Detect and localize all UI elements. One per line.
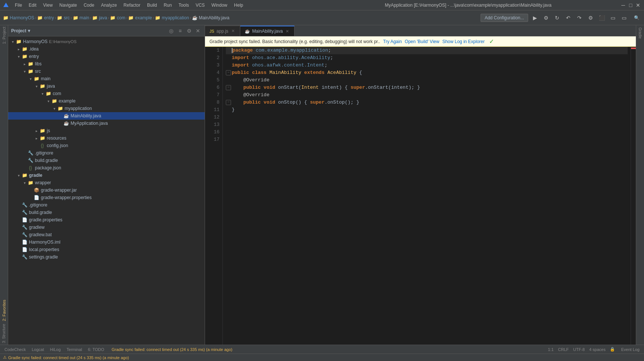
breadcrumb-item[interactable]: 📁 example bbox=[128, 15, 152, 20]
code-line[interactable]: } bbox=[226, 106, 628, 114]
tree-item-gradlew[interactable]: 🔧gradlew bbox=[8, 224, 205, 231]
project-tree[interactable]: ▾📁HarmonyOS E:\HarmonyOS▸📁.idea▾📁entry▸📁… bbox=[8, 36, 205, 345]
event-log-button[interactable]: Event Log bbox=[619, 347, 641, 352]
tree-item-js[interactable]: ▸📁js bbox=[8, 127, 205, 134]
menu-item-window[interactable]: Window bbox=[208, 2, 230, 9]
tree-item-gitignore_root[interactable]: 🔧.gitignore bbox=[8, 201, 205, 209]
tree-item-gradlew_bat[interactable]: 🔧gradlew.bat bbox=[8, 231, 205, 238]
tree-item-gradle_wrapper_props[interactable]: 📄gradle-wrapper.properties bbox=[8, 194, 205, 201]
tree-item-src[interactable]: ▾📁src bbox=[8, 68, 205, 75]
tab-close-button[interactable]: ✕ bbox=[231, 28, 235, 34]
code-editor[interactable]: 123456781112131617 package com.example.m… bbox=[205, 47, 636, 345]
breadcrumb-item[interactable]: 📁 com bbox=[110, 15, 125, 20]
tree-item-wrapper[interactable]: ▾📁wrapper bbox=[8, 179, 205, 186]
tree-item-settings_gradle[interactable]: 🔧settings.gradle bbox=[8, 253, 205, 261]
tree-item-harmonyos_iml[interactable]: 📄HarmonyOS.iml bbox=[8, 238, 205, 246]
project-panel-toggle[interactable]: 1: Project bbox=[2, 25, 6, 45]
code-content[interactable]: package com.example.myapplication;import… bbox=[223, 47, 631, 345]
code-line[interactable]: import ohos.ace.ability.AceAbility; bbox=[226, 54, 628, 62]
tree-item-example[interactable]: ▾📁example bbox=[8, 97, 205, 105]
fold-icon[interactable]: − bbox=[226, 85, 231, 90]
menu-item-refactor[interactable]: Refactor bbox=[121, 2, 143, 9]
add-configuration-button[interactable]: Add Configuration... bbox=[481, 14, 528, 22]
undo-button[interactable]: ↶ bbox=[564, 13, 573, 22]
menu-item-help[interactable]: Help bbox=[231, 2, 246, 9]
status-tool-codecheck[interactable]: CodeCheck bbox=[3, 347, 27, 352]
indent-setting[interactable]: 4 spaces bbox=[589, 347, 605, 352]
tree-item-resources[interactable]: ▸📁resources bbox=[8, 134, 205, 142]
maximize-button[interactable]: □ bbox=[628, 2, 634, 8]
menu-item-navigate[interactable]: Navigate bbox=[56, 2, 80, 9]
tab-appjs[interactable]: JSapp.js✕ bbox=[205, 26, 240, 36]
menu-item-edit[interactable]: Edit bbox=[26, 2, 39, 9]
menu-item-run[interactable]: Run bbox=[161, 2, 175, 9]
redo-button[interactable]: ↷ bbox=[575, 13, 584, 22]
search-button[interactable]: 🔍 bbox=[632, 13, 641, 22]
close-panel-button[interactable]: ✕ bbox=[194, 27, 202, 35]
settings-button[interactable]: ⚙ bbox=[586, 13, 595, 22]
fold-icon[interactable]: − bbox=[226, 70, 231, 75]
tree-item-java[interactable]: ▾📁java bbox=[8, 82, 205, 90]
status-tool-6--todo[interactable]: 6: TODO bbox=[87, 347, 106, 352]
structure-panel-toggle[interactable]: 3: Structure bbox=[2, 322, 6, 345]
collapse-all-button[interactable]: ≡ bbox=[176, 27, 184, 35]
tree-item-myapplication_java[interactable]: ☕MyApplication.java bbox=[8, 120, 205, 127]
tree-item-build_gradle_root[interactable]: 🔧build.gradle bbox=[8, 209, 205, 216]
close-button[interactable]: ✕ bbox=[635, 2, 641, 8]
minimize-button[interactable]: ─ bbox=[620, 2, 626, 8]
code-line[interactable]: package com.example.myapplication; bbox=[226, 47, 628, 54]
cursor-position[interactable]: 1:1 bbox=[548, 347, 553, 352]
tab-mainability[interactable]: ☕MainAbility.java✕ bbox=[240, 26, 295, 36]
tree-item-entry[interactable]: ▾📁entry bbox=[8, 53, 205, 60]
menu-item-code[interactable]: Code bbox=[81, 2, 97, 9]
run-button[interactable]: ▶ bbox=[530, 13, 539, 22]
code-line[interactable]: − public void onStart(Intent intent) { s… bbox=[226, 84, 628, 91]
menu-item-vcs[interactable]: VCS bbox=[193, 2, 208, 9]
tree-item-harmonyos[interactable]: ▾📁HarmonyOS E:\HarmonyOS bbox=[8, 38, 205, 45]
tree-item-mainability[interactable]: ☕MainAbility.java bbox=[8, 112, 205, 120]
tree-item-com[interactable]: ▾📁com bbox=[8, 90, 205, 97]
tree-item-local_properties[interactable]: 📄local.properties bbox=[8, 246, 205, 253]
tree-item-main[interactable]: ▾📁main bbox=[8, 75, 205, 82]
code-line[interactable]: −public class MainAbility extends AceAbi… bbox=[226, 69, 628, 77]
status-tool-hilog[interactable]: HiLog bbox=[49, 347, 62, 352]
status-tool-logcat[interactable]: Logcat bbox=[30, 347, 45, 352]
tree-item-package_json[interactable]: {}package.json bbox=[8, 164, 205, 172]
code-line[interactable]: − public void onStop() { super.onStop();… bbox=[226, 99, 628, 106]
tree-item-gradle_wrapper_jar[interactable]: 📦gradle-wrapper.jar bbox=[8, 186, 205, 194]
code-line[interactable]: import ohos.aafwk.content.Intent; bbox=[226, 62, 628, 69]
tree-item-myapplication[interactable]: ▾📁myapplication bbox=[8, 105, 205, 112]
menu-item-build[interactable]: Build bbox=[144, 2, 160, 9]
layout-button2[interactable]: ▭ bbox=[619, 13, 628, 22]
project-dropdown-icon[interactable]: ▾ bbox=[28, 28, 30, 33]
breadcrumb-item[interactable]: 📁 entry bbox=[37, 15, 54, 20]
open-build-view-link[interactable]: Open 'Build' View bbox=[405, 39, 439, 44]
tree-item-libs[interactable]: ▸📁libs bbox=[8, 60, 205, 68]
breadcrumb-item[interactable]: 📁 myapplication bbox=[155, 15, 189, 20]
tree-item-gitignore_entry[interactable]: 🔧.gitignore bbox=[8, 149, 205, 157]
menu-item-view[interactable]: View bbox=[40, 2, 56, 9]
tree-item-config_json[interactable]: {}config.json bbox=[8, 142, 205, 149]
try-again-link[interactable]: Try Again bbox=[383, 39, 402, 44]
status-tool-terminal[interactable]: Terminal bbox=[65, 347, 84, 352]
sync-button[interactable]: ↻ bbox=[553, 13, 562, 22]
locate-file-button[interactable]: ◎ bbox=[167, 27, 175, 35]
menu-item-tools[interactable]: Tools bbox=[176, 2, 192, 9]
tab-close-button[interactable]: ✕ bbox=[285, 29, 290, 34]
menu-item-analyze[interactable]: Analyze bbox=[98, 2, 120, 9]
tree-item-build_gradle_entry[interactable]: 🔧build.gradle bbox=[8, 157, 205, 164]
tree-item-gradle[interactable]: ▾📁gradle bbox=[8, 172, 205, 179]
breadcrumb-item[interactable]: 📁 HarmonyOS bbox=[3, 15, 34, 20]
show-log-explorer-link[interactable]: Show Log in Explorer bbox=[442, 39, 485, 44]
gradle-panel-toggle[interactable]: Gradle bbox=[637, 25, 643, 41]
layout-button1[interactable]: ▭ bbox=[608, 13, 617, 22]
favorites-panel-toggle[interactable]: 2: Favorites bbox=[2, 298, 6, 322]
fold-icon[interactable]: − bbox=[226, 100, 231, 105]
breadcrumb-item[interactable]: 📁 java bbox=[92, 15, 107, 20]
breadcrumb-item[interactable]: 📁 src bbox=[57, 15, 69, 20]
file-encoding[interactable]: UTF-8 bbox=[573, 347, 585, 352]
line-ending[interactable]: CRLF bbox=[558, 347, 569, 352]
build-button[interactable]: ⚙ bbox=[541, 13, 550, 22]
menu-item-file[interactable]: File bbox=[12, 2, 25, 9]
tree-item-idea[interactable]: ▸📁.idea bbox=[8, 45, 205, 53]
